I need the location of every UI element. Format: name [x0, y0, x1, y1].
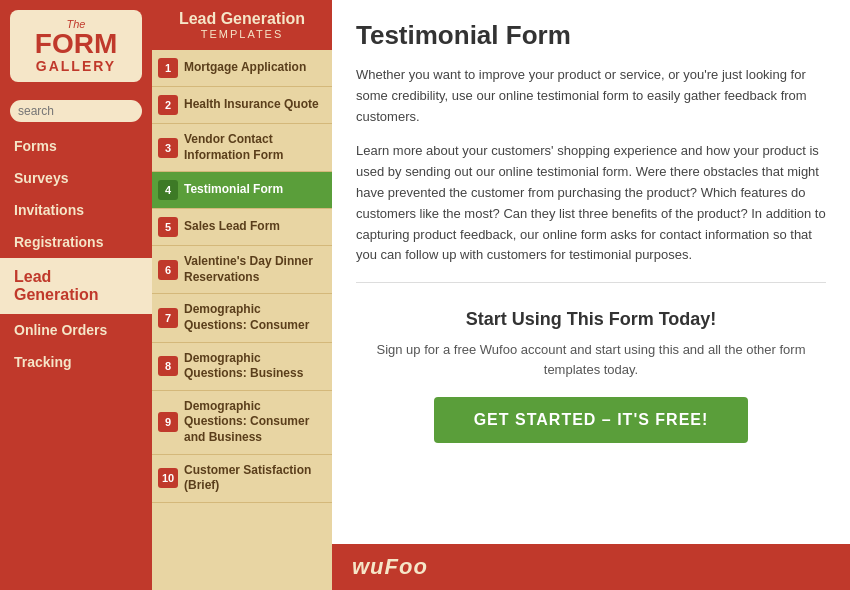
template-item-8[interactable]: 8 Demographic Questions: Business [152, 343, 332, 391]
wufoo-logo-text: wuFoo [352, 554, 428, 579]
template-number-4: 4 [158, 180, 178, 200]
template-label-2: Health Insurance Quote [184, 97, 319, 113]
logo-form: FORM [16, 30, 136, 58]
nav-menu: Forms Surveys Invitations Registrations … [0, 130, 152, 378]
form-description-2: Learn more about your customers' shoppin… [356, 141, 826, 266]
template-item-3[interactable]: 3 Vendor Contact Information Form [152, 124, 332, 172]
template-item-1[interactable]: 1 Mortgage Application [152, 50, 332, 87]
template-item-6[interactable]: 6 Valentine's Day Dinner Reservations [152, 246, 332, 294]
template-number-7: 7 [158, 308, 178, 328]
template-number-2: 2 [158, 95, 178, 115]
form-title: Testimonial Form [356, 20, 826, 51]
cta-text: Sign up for a free Wufoo account and sta… [356, 340, 826, 379]
footer-bar: wuFoo [332, 544, 850, 590]
template-label-8: Demographic Questions: Business [184, 351, 326, 382]
sidebar-item-tracking[interactable]: Tracking [0, 346, 152, 378]
template-number-6: 6 [158, 260, 178, 280]
sidebar-item-lead-generation[interactable]: Lead Generation [0, 258, 152, 314]
template-label-6: Valentine's Day Dinner Reservations [184, 254, 326, 285]
sidebar-item-registrations[interactable]: Registrations [0, 226, 152, 258]
get-started-button[interactable]: GET STARTED – IT'S FREE! [434, 397, 749, 443]
template-item-2[interactable]: 2 Health Insurance Quote [152, 87, 332, 124]
cta-section: Start Using This Form Today! Sign up for… [356, 299, 826, 463]
logo-gallery: GALLERY [16, 58, 136, 74]
template-number-10: 10 [158, 468, 178, 488]
logo-box: The FORM GALLERY [10, 10, 142, 82]
template-label-9: Demographic Questions: Consumer and Busi… [184, 399, 326, 446]
template-number-3: 3 [158, 138, 178, 158]
sidebar-item-invitations[interactable]: Invitations [0, 194, 152, 226]
template-label-10: Customer Satisfaction (Brief) [184, 463, 326, 494]
template-item-4[interactable]: 4 Testimonial Form [152, 172, 332, 209]
template-label-7: Demographic Questions: Consumer [184, 302, 326, 333]
template-label-1: Mortgage Application [184, 60, 306, 76]
logo-area: The FORM GALLERY [0, 0, 152, 92]
template-item-5[interactable]: 5 Sales Lead Form [152, 209, 332, 246]
sidebar-item-forms[interactable]: Forms [0, 130, 152, 162]
template-label-5: Sales Lead Form [184, 219, 280, 235]
sidebar: The FORM GALLERY Forms Surveys Invitatio… [0, 0, 152, 590]
templates-panel-subtitle: TEMPLATES [162, 28, 322, 40]
search-area [0, 92, 152, 130]
content-divider [356, 282, 826, 283]
sidebar-item-surveys[interactable]: Surveys [0, 162, 152, 194]
templates-header: Lead Generation TEMPLATES [152, 0, 332, 50]
main-content: Testimonial Form Whether you want to imp… [332, 0, 850, 590]
form-description-1: Whether you want to improve your product… [356, 65, 826, 127]
templates-panel-title: Lead Generation [162, 10, 322, 28]
cta-title: Start Using This Form Today! [356, 309, 826, 330]
template-number-8: 8 [158, 356, 178, 376]
content-body: Testimonial Form Whether you want to imp… [332, 0, 850, 544]
sidebar-item-online-orders[interactable]: Online Orders [0, 314, 152, 346]
template-item-9[interactable]: 9 Demographic Questions: Consumer and Bu… [152, 391, 332, 455]
template-number-9: 9 [158, 412, 178, 432]
template-item-10[interactable]: 10 Customer Satisfaction (Brief) [152, 455, 332, 503]
template-number-1: 1 [158, 58, 178, 78]
template-number-5: 5 [158, 217, 178, 237]
template-item-7[interactable]: 7 Demographic Questions: Consumer [152, 294, 332, 342]
search-input[interactable] [10, 100, 142, 122]
template-label-4: Testimonial Form [184, 182, 283, 198]
template-label-3: Vendor Contact Information Form [184, 132, 326, 163]
wufoo-logo: wuFoo [352, 554, 428, 580]
templates-panel: Lead Generation TEMPLATES 1 Mortgage App… [152, 0, 332, 590]
